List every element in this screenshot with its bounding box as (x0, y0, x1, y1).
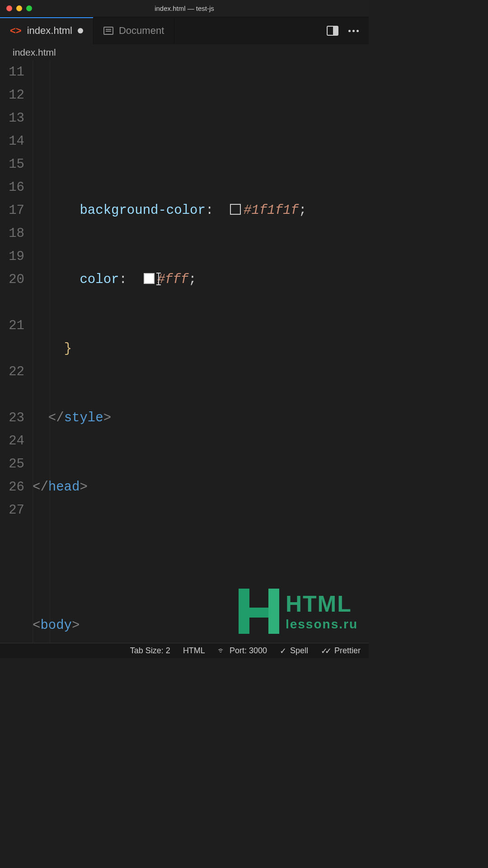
check-icon (280, 646, 286, 656)
tab-label: index.html (27, 25, 72, 37)
status-tab-size[interactable]: Tab Size: 2 (130, 646, 170, 656)
title-bar: index.html — test-js (0, 0, 369, 17)
window-controls (6, 5, 32, 11)
status-prettier[interactable]: Prettier (321, 646, 361, 656)
watermark-subtitle: lessons.ru (286, 617, 358, 632)
status-spell[interactable]: Spell (280, 646, 308, 656)
double-check-icon (321, 646, 331, 656)
status-bar: Tab Size: 2 HTML Port: 3000 Spell Pretti… (0, 643, 369, 658)
window-title: index.html — test-js (155, 5, 214, 12)
unsaved-dot-icon (78, 28, 83, 33)
html-file-icon: <> (10, 25, 22, 37)
tab-index-html[interactable]: <> index.html (0, 17, 94, 44)
text-cursor-icon (158, 273, 159, 285)
tab-actions (327, 17, 369, 44)
status-language[interactable]: HTML (183, 646, 205, 656)
more-actions-icon[interactable] (348, 30, 359, 32)
tab-document[interactable]: Document (94, 17, 174, 44)
tab-bar: <> index.html Document (0, 17, 369, 44)
watermark-title: HTML (286, 591, 358, 617)
breadcrumb[interactable]: index.html (0, 44, 369, 61)
watermark-logo: HTML lessons.ru (239, 589, 358, 634)
close-window-button[interactable] (6, 5, 12, 11)
maximize-window-button[interactable] (26, 5, 32, 11)
document-icon (103, 27, 113, 35)
tab-label: Document (119, 25, 164, 37)
split-editor-icon[interactable] (327, 26, 338, 36)
color-swatch-icon[interactable] (144, 273, 155, 284)
h-logo-icon (239, 589, 279, 634)
broadcast-icon (218, 646, 226, 656)
color-swatch-icon[interactable] (230, 204, 241, 215)
minimize-window-button[interactable] (16, 5, 22, 11)
line-number-gutter: 11 12 13 14 15 16 17 18 19 20 21 22 23 2… (0, 61, 33, 643)
status-port[interactable]: Port: 3000 (218, 646, 267, 656)
code-content[interactable]: background-color: #1f1f1f; color: #fff; … (33, 61, 369, 643)
code-editor[interactable]: 11 12 13 14 15 16 17 18 19 20 21 22 23 2… (0, 61, 369, 643)
